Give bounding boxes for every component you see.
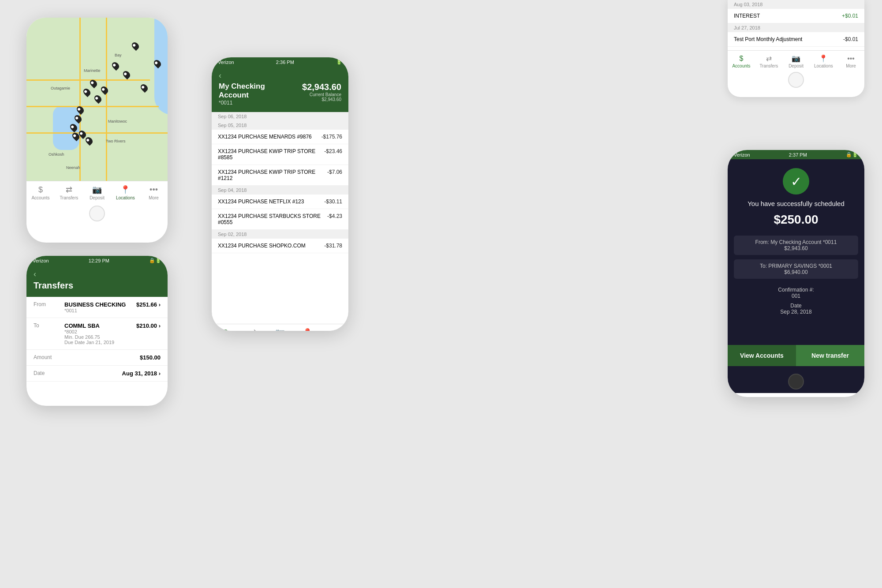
back-button[interactable]: ‹ <box>34 270 161 279</box>
from-label: From: My Checking Account *0011 <box>740 239 852 245</box>
tx-desc: Test Port Monthly Adjustment <box>734 36 802 42</box>
time: 2:37 PM <box>789 152 807 157</box>
carrier: Verizon <box>218 60 234 65</box>
table-row: XX1234 PURCHASE KWIP TRIP STORE #8585 -$… <box>212 144 348 165</box>
nav-accounts[interactable]: $ Accounts <box>216 328 234 331</box>
transfer-to-row[interactable]: To COMML SBA *8002 Min. Due 266.75 Due D… <box>26 318 168 350</box>
nav-accounts[interactable]: $ Accounts <box>31 185 49 200</box>
deposit-icon: 📷 <box>275 328 285 331</box>
nav-transfers[interactable]: ⇄ Transfers <box>759 54 778 68</box>
to-label: To: PRIMARY SAVINGS *0001 <box>740 263 852 269</box>
locations-icon: 📍 <box>303 328 312 331</box>
amount-value: $150.00 <box>140 354 161 361</box>
nav-more[interactable]: ••• More <box>326 328 344 331</box>
status-icons: 🔋 <box>336 59 342 65</box>
more-icon: ••• <box>149 185 158 195</box>
more-icon: ••• <box>331 328 339 331</box>
more-icon: ••• <box>847 55 855 63</box>
status-icons: 🔒🔋 <box>149 258 161 263</box>
nav-locations[interactable]: 📍 Locations <box>298 328 317 331</box>
back-button[interactable]: ‹ <box>219 71 341 80</box>
nav-locations-label: Locations <box>116 195 135 200</box>
nav-label: Locations <box>814 64 833 68</box>
nav-more-label: More <box>149 195 159 200</box>
to-amount: $210.00 › <box>136 322 161 329</box>
balance-amount: $2,943.60 <box>292 82 341 92</box>
transfers-icon: ⇄ <box>250 328 256 331</box>
locations-icon: 📍 <box>120 185 130 195</box>
home-button[interactable] <box>89 206 105 221</box>
accounts-icon: $ <box>740 55 744 63</box>
date-header: Sep 06, 2018 <box>212 112 348 121</box>
account-title: My Checking Account <box>219 82 292 100</box>
bottom-nav-tx: $ Accounts ⇄ Transfers 📷 Deposit 📍 Locat… <box>212 324 348 331</box>
to-amount: $6,940.00 <box>740 269 852 275</box>
nav-transfers[interactable]: ⇄ Transfers <box>243 328 262 331</box>
home-button[interactable] <box>788 374 804 390</box>
phone-transfer: Verizon 12:29 PM 🔒🔋 ‹ Transfers From BUS… <box>26 256 168 406</box>
phone-map: Outagamie Bay Oshkosh Manitowoc Two Rive… <box>26 18 168 243</box>
transfer-from-row[interactable]: From BUSINESS CHECKING *0011 $251.66 › <box>26 297 168 318</box>
to-name: COMML SBA <box>64 322 136 329</box>
phone-transactions: Verizon 2:36 PM 🔋 ‹ My Checking Account … <box>212 57 348 331</box>
new-transfer-button[interactable]: New transfer <box>796 345 864 366</box>
transfer-date-row[interactable]: Date Aug 31, 2018 › <box>26 366 168 382</box>
table-row: XX1234 PURCHASE STARBUCKS STORE #0555 -$… <box>212 209 348 230</box>
transactions-list: Sep 06, 2018 Sep 05, 2018 XX1234 PURCHAS… <box>212 112 348 324</box>
date-header: Sep 02, 2018 <box>212 230 348 239</box>
confirm-body: ✓ You have successfully scheduled $250.0… <box>728 159 864 362</box>
table-row: XX1234 PURCHASE NETFLIX #123 -$30.11 <box>212 195 348 209</box>
transfer-title: Transfers <box>34 281 161 291</box>
nav-deposit[interactable]: 📷 Deposit <box>88 185 106 200</box>
tx-header: ‹ My Checking Account *0011 $2,943.60 Cu… <box>212 67 348 112</box>
transfer-header: ‹ Transfers <box>26 265 168 297</box>
phone-confirm: Verizon 2:37 PM 🔒🔋 ✓ You have successful… <box>728 150 864 397</box>
from-account: *0011 <box>64 308 136 313</box>
deposit-icon: 📷 <box>792 54 800 63</box>
to-account: *8002 <box>64 329 136 334</box>
nav-transfers-label: Transfers <box>60 195 78 200</box>
date-header: Jul 27, 2018 <box>728 23 864 32</box>
carrier: Verizon <box>33 258 49 263</box>
to-due-date: Due Date Jan 21, 2019 <box>64 340 136 345</box>
table-row: Test Port Monthly Adjustment -$0.01 <box>728 32 864 47</box>
nav-accounts-label: Accounts <box>31 195 49 200</box>
date-value: Sep 28, 2018 <box>780 309 811 315</box>
nav-deposit-label: Deposit <box>90 195 105 200</box>
home-button[interactable] <box>788 72 804 88</box>
nav-label: Deposit <box>789 64 804 68</box>
nav-deposit[interactable]: 📷 Deposit <box>271 328 289 331</box>
success-checkmark: ✓ <box>783 168 809 195</box>
confirmation-label: Confirmation #: <box>778 287 814 293</box>
view-accounts-button[interactable]: View Accounts <box>728 345 796 366</box>
time: 2:36 PM <box>276 60 294 65</box>
map-area: Outagamie Bay Oshkosh Manitowoc Two Rive… <box>26 18 168 181</box>
status-bar-transfer: Verizon 12:29 PM 🔒🔋 <box>26 256 168 265</box>
account-number: *0011 <box>219 100 292 106</box>
nav-deposit[interactable]: 📷 Deposit <box>787 54 805 68</box>
balance-label: Current Balance <box>310 92 341 97</box>
tx-desc: INTEREST <box>734 13 760 19</box>
nav-locations[interactable]: 📍 Locations <box>814 54 833 68</box>
status-bar-tx: Verizon 2:36 PM 🔋 <box>212 57 348 67</box>
date-header: Sep 04, 2018 <box>212 186 348 195</box>
nav-locations[interactable]: 📍 Locations <box>116 185 135 200</box>
table-row: XX1234 PURCHASE MENARDS #9876 -$175.76 <box>212 130 348 144</box>
nav-more[interactable]: ••• More <box>145 185 163 200</box>
accounts-icon: $ <box>223 328 228 331</box>
nav-label: More <box>846 64 856 68</box>
nav-more[interactable]: ••• More <box>842 55 860 68</box>
success-headline: You have successfully scheduled <box>739 200 853 207</box>
date-value: Aug 31, 2018 › <box>122 370 161 377</box>
from-name: BUSINESS CHECKING <box>64 301 136 308</box>
table-row: XX1234 PURCHASE KWIP TRIP STORE #1212 -$… <box>212 165 348 186</box>
time: 12:29 PM <box>89 258 109 263</box>
nav-transfers[interactable]: ⇄ Transfers <box>60 185 78 200</box>
balance-value: $2,943.60 <box>322 97 342 102</box>
transfer-amount-row[interactable]: Amount $150.00 <box>26 350 168 366</box>
confirmation-value: 001 <box>792 293 800 299</box>
confirm-buttons: View Accounts New transfer <box>728 345 864 366</box>
date-header: Aug 03, 2018 <box>728 0 864 9</box>
nav-accounts[interactable]: $ Accounts <box>732 55 750 68</box>
date-header: Sep 05, 2018 <box>212 121 348 130</box>
